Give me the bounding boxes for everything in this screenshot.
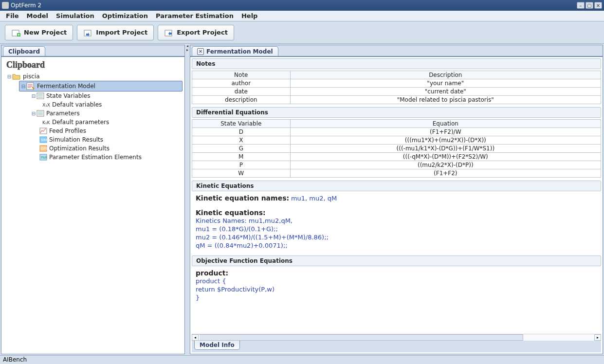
new-project-icon bbox=[11, 28, 21, 37]
tab-model-info[interactable]: Model Info bbox=[194, 341, 240, 350]
scroll-thumb[interactable] bbox=[199, 334, 523, 341]
export-project-button[interactable]: Export Project bbox=[158, 25, 234, 40]
objfn-line: } bbox=[196, 293, 597, 302]
export-project-icon bbox=[164, 28, 174, 37]
parameters-icon bbox=[37, 110, 44, 117]
tree-node-parameters[interactable]: ⊟ Parameters bbox=[30, 109, 183, 118]
menu-help[interactable]: Help bbox=[238, 11, 261, 20]
tree-label-default-vars: Default variables bbox=[52, 101, 102, 108]
tab-model-info-label: Model Info bbox=[200, 342, 235, 348]
sidebar-body: Clipboard ⊟ piscia ⊟ Fermentation Model bbox=[1, 56, 184, 354]
tab-clipboard[interactable]: Clipboard bbox=[3, 46, 45, 56]
tree-node-default-variables[interactable]: X₁Xₙ Default variables bbox=[41, 100, 183, 109]
tree-label-default-params: Default parameters bbox=[52, 119, 109, 126]
tab-fermentation-model[interactable]: ✕ Fermentation Model bbox=[192, 46, 278, 56]
col-description: Description bbox=[290, 71, 601, 79]
notes-table: Note Description author"your name" date"… bbox=[192, 71, 601, 104]
clipboard-heading: Clipboard bbox=[3, 60, 183, 72]
scroll-left-button[interactable]: ◂ bbox=[192, 334, 199, 341]
close-button[interactable]: ✕ bbox=[594, 2, 602, 9]
svg-text:K₁Kₙ: K₁Kₙ bbox=[42, 120, 50, 125]
svg-text:OPT: OPT bbox=[41, 147, 47, 151]
kinetic-block: Kinetic equation names: mu1, mu2, qM Kin… bbox=[192, 191, 601, 253]
tab-fermentation-label: Fermentation Model bbox=[206, 48, 273, 55]
tree-node-fermentation-model[interactable]: ⊟ Fermentation Model bbox=[19, 81, 183, 91]
clipboard-panel: Clipboard Clipboard ⊟ piscia ⊟ bbox=[1, 45, 185, 354]
new-project-label: New Project bbox=[24, 29, 67, 36]
kin-names-label: Kinetic equation names: bbox=[196, 194, 289, 202]
table-row[interactable]: D(F1+F2)/W bbox=[192, 128, 601, 136]
statusbar: AIBench bbox=[0, 355, 604, 364]
tree-node-simulation-results[interactable]: SIM Simulation Results bbox=[30, 135, 183, 144]
tree-node-feed-profiles[interactable]: Feed Profiles bbox=[30, 127, 183, 135]
tab-clipboard-label: Clipboard bbox=[8, 48, 40, 55]
export-project-label: Export Project bbox=[177, 29, 228, 36]
diffeq-header: Differential Equations bbox=[192, 107, 601, 118]
maximize-button[interactable]: ▢ bbox=[586, 2, 593, 9]
xn-icon: X₁Xₙ bbox=[42, 102, 50, 108]
collapse-right-icon[interactable]: ▸ bbox=[186, 48, 188, 52]
table-row[interactable]: P((mu2/k2*X)-(D*P)) bbox=[192, 161, 601, 169]
table-row[interactable]: date"current date" bbox=[192, 88, 601, 96]
menu-simulation[interactable]: Simulation bbox=[52, 11, 98, 20]
tree-label-project: piscia bbox=[23, 73, 40, 80]
kin-eq-label: Kinetic equations: bbox=[196, 209, 597, 217]
tree-label-parameters: Parameters bbox=[46, 110, 80, 117]
kin-line: mu2 = (0.146*M)/((1.5+M)+(M*M)/8.86);; bbox=[196, 233, 597, 241]
content-body: Notes Note Description author"your name"… bbox=[190, 56, 603, 354]
tree-node-optimization-results[interactable]: OPT Optimization Results bbox=[30, 144, 183, 153]
col-state-var: State Variable bbox=[192, 120, 291, 128]
close-tab-icon[interactable]: ✕ bbox=[197, 48, 204, 55]
objfn-header: Objective Function Equations bbox=[192, 255, 601, 266]
objfn-label: product: bbox=[196, 269, 597, 277]
tree-label-opt: Optimization Results bbox=[49, 145, 110, 152]
par-icon: PAR bbox=[39, 154, 47, 161]
expand-toggle-icon[interactable]: ⊟ bbox=[6, 74, 12, 79]
panel-splitter[interactable]: ◂ ▸ bbox=[186, 44, 189, 355]
menu-file[interactable]: File bbox=[2, 11, 23, 20]
sidebar-tab-row: Clipboard bbox=[1, 45, 184, 56]
tree-node-default-parameters[interactable]: K₁Kₙ Default parameters bbox=[41, 118, 183, 127]
expand-toggle-icon[interactable]: ⊟ bbox=[31, 93, 37, 99]
content-scroll[interactable]: Notes Note Description author"your name"… bbox=[192, 58, 601, 334]
menu-model[interactable]: Model bbox=[23, 11, 52, 20]
tree-label-state-vars: State Variables bbox=[46, 92, 90, 99]
menu-optimization[interactable]: Optimization bbox=[98, 11, 152, 20]
feed-icon bbox=[39, 127, 47, 134]
tree-node-state-variables[interactable]: ⊟ State Variables bbox=[30, 91, 183, 100]
expand-toggle-icon[interactable]: ⊟ bbox=[31, 111, 37, 116]
table-header-row: State Variable Equation bbox=[192, 120, 601, 128]
svg-text:SIM: SIM bbox=[41, 138, 47, 142]
menu-parameter-estimation[interactable]: Parameter Estimation bbox=[152, 11, 238, 20]
objfn-block: product: product { return $Productivity(… bbox=[192, 266, 601, 305]
statusbar-text: AIBench bbox=[3, 356, 27, 363]
table-row[interactable]: X(((mu1*X)+(mu2*X))-(D*X)) bbox=[192, 136, 601, 145]
new-project-button[interactable]: New Project bbox=[5, 25, 73, 40]
minimize-button[interactable]: – bbox=[577, 2, 585, 9]
tree-label-sim: Simulation Results bbox=[49, 136, 103, 143]
scroll-track[interactable] bbox=[199, 334, 594, 341]
window-titlebar: OptFerm 2 – ▢ ✕ bbox=[0, 0, 604, 11]
app-icon bbox=[2, 2, 9, 9]
table-row[interactable]: description"Model related to piscia past… bbox=[192, 96, 601, 104]
table-row[interactable]: G(((-mu1/k1*X)-(D*G))+(F1/W*S1)) bbox=[192, 145, 601, 153]
import-project-label: Import Project bbox=[96, 29, 147, 36]
folder-icon bbox=[12, 73, 21, 80]
import-project-button[interactable]: Import Project bbox=[77, 25, 154, 40]
table-header-row: Note Description bbox=[192, 71, 601, 79]
objfn-line: product { bbox=[196, 277, 597, 285]
horizontal-scrollbar[interactable]: ◂ ▸ bbox=[192, 334, 601, 341]
tree-label-model: Fermentation Model bbox=[37, 83, 95, 90]
table-row[interactable]: W(F1+F2) bbox=[192, 169, 601, 178]
scroll-right-button[interactable]: ▸ bbox=[594, 334, 601, 341]
tree-node-project[interactable]: ⊟ piscia bbox=[5, 72, 183, 81]
diffeq-table: State Variable Equation D(F1+F2)/W X(((m… bbox=[192, 119, 601, 178]
kn-icon: K₁Kₙ bbox=[42, 119, 50, 125]
project-tree[interactable]: ⊟ piscia ⊟ Fermentation Model ⊟ bbox=[3, 72, 183, 162]
tree-node-param-est-elements[interactable]: PAR Parameter Estimation Elements bbox=[30, 153, 183, 162]
tree-label-parest: Parameter Estimation Elements bbox=[49, 154, 142, 161]
content-tab-row: ✕ Fermentation Model bbox=[190, 45, 603, 56]
table-row[interactable]: author"your name" bbox=[192, 79, 601, 88]
table-row[interactable]: M(((-qM*X)-(D*M))+(F2*S2)/W) bbox=[192, 153, 601, 161]
expand-toggle-icon[interactable]: ⊟ bbox=[20, 84, 26, 89]
